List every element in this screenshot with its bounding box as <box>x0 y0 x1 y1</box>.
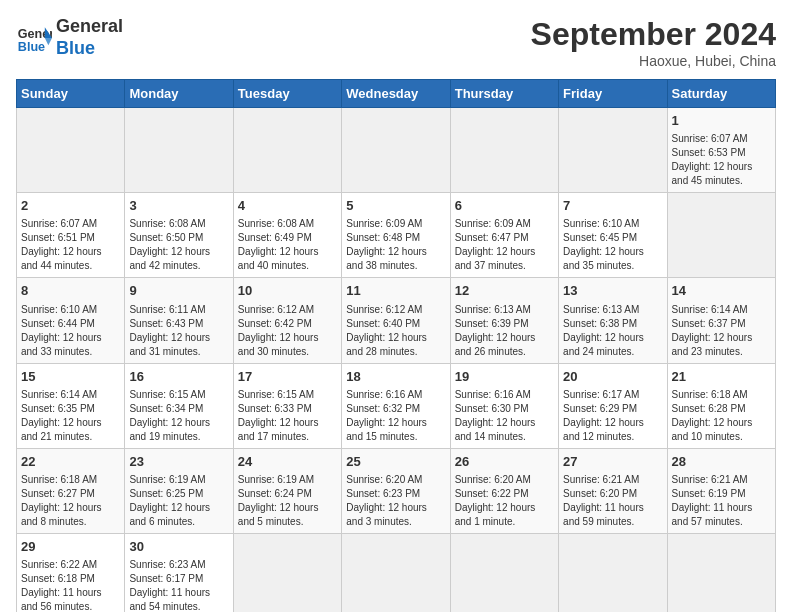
calendar-day-6: 6Sunrise: 6:09 AMSunset: 6:47 PMDaylight… <box>450 193 558 278</box>
svg-text:Blue: Blue <box>18 39 45 53</box>
day-number: 9 <box>129 282 228 300</box>
day-number: 18 <box>346 368 445 386</box>
day-number: 2 <box>21 197 120 215</box>
day-number: 19 <box>455 368 554 386</box>
calendar-header-row: SundayMondayTuesdayWednesdayThursdayFrid… <box>17 80 776 108</box>
day-of-week-tuesday: Tuesday <box>233 80 341 108</box>
calendar-day-16: 16Sunrise: 6:15 AMSunset: 6:34 PMDayligh… <box>125 363 233 448</box>
empty-day <box>667 193 775 278</box>
day-info: Sunrise: 6:20 AMSunset: 6:23 PMDaylight:… <box>346 473 445 529</box>
day-info: Sunrise: 6:15 AMSunset: 6:33 PMDaylight:… <box>238 388 337 444</box>
calendar-day-26: 26Sunrise: 6:20 AMSunset: 6:22 PMDayligh… <box>450 448 558 533</box>
day-info: Sunrise: 6:22 AMSunset: 6:18 PMDaylight:… <box>21 558 120 612</box>
day-info: Sunrise: 6:07 AMSunset: 6:53 PMDaylight:… <box>672 132 771 188</box>
day-info: Sunrise: 6:21 AMSunset: 6:20 PMDaylight:… <box>563 473 662 529</box>
day-info: Sunrise: 6:10 AMSunset: 6:45 PMDaylight:… <box>563 217 662 273</box>
logo-icon: General Blue <box>16 20 52 56</box>
day-info: Sunrise: 6:11 AMSunset: 6:43 PMDaylight:… <box>129 303 228 359</box>
day-number: 16 <box>129 368 228 386</box>
day-info: Sunrise: 6:10 AMSunset: 6:44 PMDaylight:… <box>21 303 120 359</box>
day-info: Sunrise: 6:13 AMSunset: 6:38 PMDaylight:… <box>563 303 662 359</box>
day-info: Sunrise: 6:12 AMSunset: 6:40 PMDaylight:… <box>346 303 445 359</box>
calendar-table: SundayMondayTuesdayWednesdayThursdayFrid… <box>16 79 776 612</box>
location: Haoxue, Hubei, China <box>531 53 776 69</box>
empty-day <box>125 108 233 193</box>
calendar-day-14: 14Sunrise: 6:14 AMSunset: 6:37 PMDayligh… <box>667 278 775 363</box>
day-number: 8 <box>21 282 120 300</box>
calendar-week-row: 8Sunrise: 6:10 AMSunset: 6:44 PMDaylight… <box>17 278 776 363</box>
day-number: 4 <box>238 197 337 215</box>
calendar-day-4: 4Sunrise: 6:08 AMSunset: 6:49 PMDaylight… <box>233 193 341 278</box>
calendar-day-28: 28Sunrise: 6:21 AMSunset: 6:19 PMDayligh… <box>667 448 775 533</box>
day-of-week-saturday: Saturday <box>667 80 775 108</box>
empty-day <box>450 108 558 193</box>
empty-day <box>233 108 341 193</box>
calendar-day-22: 22Sunrise: 6:18 AMSunset: 6:27 PMDayligh… <box>17 448 125 533</box>
day-of-week-sunday: Sunday <box>17 80 125 108</box>
day-info: Sunrise: 6:18 AMSunset: 6:27 PMDaylight:… <box>21 473 120 529</box>
day-info: Sunrise: 6:15 AMSunset: 6:34 PMDaylight:… <box>129 388 228 444</box>
day-info: Sunrise: 6:13 AMSunset: 6:39 PMDaylight:… <box>455 303 554 359</box>
empty-day <box>342 533 450 612</box>
logo-general: General <box>56 16 123 38</box>
day-info: Sunrise: 6:08 AMSunset: 6:50 PMDaylight:… <box>129 217 228 273</box>
empty-day <box>17 108 125 193</box>
day-number: 12 <box>455 282 554 300</box>
day-number: 6 <box>455 197 554 215</box>
calendar-day-25: 25Sunrise: 6:20 AMSunset: 6:23 PMDayligh… <box>342 448 450 533</box>
day-info: Sunrise: 6:20 AMSunset: 6:22 PMDaylight:… <box>455 473 554 529</box>
day-info: Sunrise: 6:08 AMSunset: 6:49 PMDaylight:… <box>238 217 337 273</box>
calendar-week-row: 29Sunrise: 6:22 AMSunset: 6:18 PMDayligh… <box>17 533 776 612</box>
calendar-day-12: 12Sunrise: 6:13 AMSunset: 6:39 PMDayligh… <box>450 278 558 363</box>
empty-day <box>233 533 341 612</box>
calendar-day-20: 20Sunrise: 6:17 AMSunset: 6:29 PMDayligh… <box>559 363 667 448</box>
day-number: 28 <box>672 453 771 471</box>
day-info: Sunrise: 6:19 AMSunset: 6:25 PMDaylight:… <box>129 473 228 529</box>
day-info: Sunrise: 6:14 AMSunset: 6:35 PMDaylight:… <box>21 388 120 444</box>
calendar-day-13: 13Sunrise: 6:13 AMSunset: 6:38 PMDayligh… <box>559 278 667 363</box>
day-number: 7 <box>563 197 662 215</box>
day-info: Sunrise: 6:09 AMSunset: 6:47 PMDaylight:… <box>455 217 554 273</box>
day-info: Sunrise: 6:17 AMSunset: 6:29 PMDaylight:… <box>563 388 662 444</box>
day-number: 13 <box>563 282 662 300</box>
day-number: 10 <box>238 282 337 300</box>
calendar-week-row: 22Sunrise: 6:18 AMSunset: 6:27 PMDayligh… <box>17 448 776 533</box>
logo: General Blue General Blue <box>16 16 123 59</box>
calendar-day-23: 23Sunrise: 6:19 AMSunset: 6:25 PMDayligh… <box>125 448 233 533</box>
calendar-day-11: 11Sunrise: 6:12 AMSunset: 6:40 PMDayligh… <box>342 278 450 363</box>
day-info: Sunrise: 6:12 AMSunset: 6:42 PMDaylight:… <box>238 303 337 359</box>
day-number: 11 <box>346 282 445 300</box>
calendar-day-27: 27Sunrise: 6:21 AMSunset: 6:20 PMDayligh… <box>559 448 667 533</box>
day-number: 1 <box>672 112 771 130</box>
day-of-week-friday: Friday <box>559 80 667 108</box>
day-of-week-wednesday: Wednesday <box>342 80 450 108</box>
day-number: 24 <box>238 453 337 471</box>
calendar-day-29: 29Sunrise: 6:22 AMSunset: 6:18 PMDayligh… <box>17 533 125 612</box>
day-info: Sunrise: 6:07 AMSunset: 6:51 PMDaylight:… <box>21 217 120 273</box>
calendar-week-row: 1Sunrise: 6:07 AMSunset: 6:53 PMDaylight… <box>17 108 776 193</box>
day-of-week-thursday: Thursday <box>450 80 558 108</box>
calendar-day-21: 21Sunrise: 6:18 AMSunset: 6:28 PMDayligh… <box>667 363 775 448</box>
month-title: September 2024 <box>531 16 776 53</box>
day-info: Sunrise: 6:23 AMSunset: 6:17 PMDaylight:… <box>129 558 228 612</box>
day-number: 20 <box>563 368 662 386</box>
calendar-day-9: 9Sunrise: 6:11 AMSunset: 6:43 PMDaylight… <box>125 278 233 363</box>
day-of-week-monday: Monday <box>125 80 233 108</box>
day-number: 26 <box>455 453 554 471</box>
calendar-day-18: 18Sunrise: 6:16 AMSunset: 6:32 PMDayligh… <box>342 363 450 448</box>
day-info: Sunrise: 6:09 AMSunset: 6:48 PMDaylight:… <box>346 217 445 273</box>
empty-day <box>342 108 450 193</box>
calendar-day-3: 3Sunrise: 6:08 AMSunset: 6:50 PMDaylight… <box>125 193 233 278</box>
calendar-day-10: 10Sunrise: 6:12 AMSunset: 6:42 PMDayligh… <box>233 278 341 363</box>
svg-marker-3 <box>45 38 52 45</box>
calendar-week-row: 2Sunrise: 6:07 AMSunset: 6:51 PMDaylight… <box>17 193 776 278</box>
empty-day <box>559 533 667 612</box>
calendar-day-19: 19Sunrise: 6:16 AMSunset: 6:30 PMDayligh… <box>450 363 558 448</box>
day-info: Sunrise: 6:16 AMSunset: 6:30 PMDaylight:… <box>455 388 554 444</box>
empty-day <box>450 533 558 612</box>
calendar-day-24: 24Sunrise: 6:19 AMSunset: 6:24 PMDayligh… <box>233 448 341 533</box>
day-info: Sunrise: 6:19 AMSunset: 6:24 PMDaylight:… <box>238 473 337 529</box>
day-info: Sunrise: 6:16 AMSunset: 6:32 PMDaylight:… <box>346 388 445 444</box>
day-info: Sunrise: 6:21 AMSunset: 6:19 PMDaylight:… <box>672 473 771 529</box>
day-number: 25 <box>346 453 445 471</box>
